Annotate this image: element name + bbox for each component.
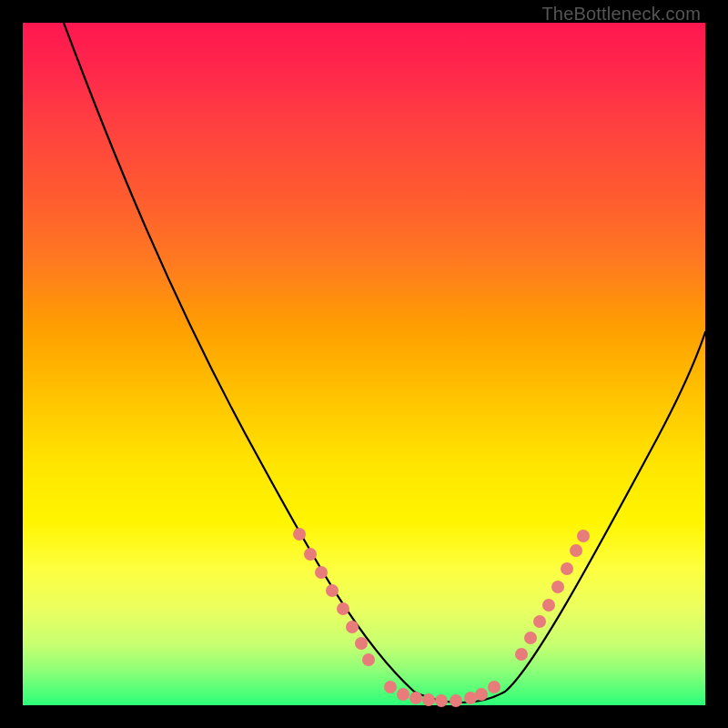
marker-dot bbox=[355, 637, 368, 650]
marker-dot bbox=[293, 528, 306, 541]
marker-dot bbox=[304, 548, 317, 561]
marker-dot bbox=[533, 615, 546, 628]
chart-frame: TheBottleneck.com bbox=[0, 0, 728, 728]
marker-dot bbox=[450, 694, 462, 707]
marker-dot bbox=[410, 692, 422, 704]
marker-dot bbox=[577, 530, 590, 542]
marker-dot bbox=[475, 688, 488, 701]
plot-area bbox=[23, 23, 705, 705]
marker-dot bbox=[551, 581, 564, 593]
marker-dot bbox=[542, 599, 555, 612]
marker-dot bbox=[346, 621, 359, 633]
marker-dot bbox=[397, 688, 410, 701]
marker-dot bbox=[315, 566, 328, 579]
marker-dot bbox=[570, 544, 582, 557]
bottleneck-curve bbox=[23, 23, 705, 705]
curve-path bbox=[64, 23, 705, 703]
marker-dot bbox=[337, 602, 349, 615]
watermark-text: TheBottleneck.com bbox=[541, 4, 701, 25]
marker-dot bbox=[384, 681, 397, 693]
marker-dot bbox=[488, 681, 500, 693]
marker-dot bbox=[422, 693, 435, 706]
marker-dot bbox=[524, 632, 537, 644]
marker-dot bbox=[464, 692, 477, 704]
marker-dot bbox=[561, 562, 573, 575]
marker-dot bbox=[326, 584, 339, 597]
marker-dot bbox=[515, 648, 528, 661]
marker-dot bbox=[435, 694, 448, 707]
marker-dot bbox=[362, 653, 375, 666]
